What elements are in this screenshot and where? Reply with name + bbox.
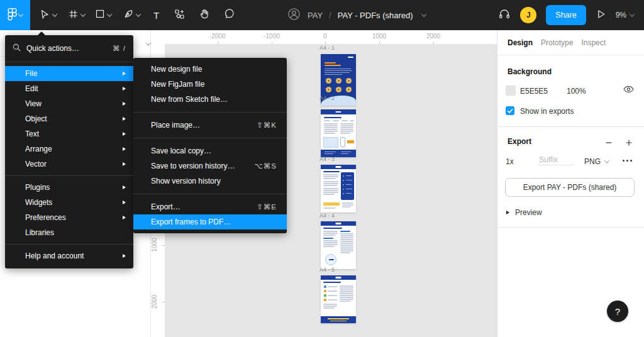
comment-tool-button[interactable] (224, 8, 235, 22)
toolbar: T PAY / PAY - PDFs (shared) J Share (0, 0, 644, 30)
comment-icon (224, 8, 235, 22)
export-scale-value[interactable]: 1x (506, 157, 514, 166)
help-button[interactable]: ? (607, 301, 628, 322)
chevron-down-icon[interactable] (52, 11, 57, 16)
ruler-label: -2000 (209, 33, 226, 40)
canvas-frame-a4-5[interactable] (321, 275, 356, 323)
highlight-bar-mock (323, 202, 340, 206)
menu-item-help-and-account[interactable]: Help and account (5, 248, 133, 263)
headphones-icon[interactable] (498, 8, 511, 23)
eye-icon[interactable] (623, 86, 634, 95)
chevron-down-icon (630, 11, 635, 16)
cta-button-mock (347, 140, 354, 143)
phone-mockup (340, 137, 345, 147)
resources-button[interactable] (174, 9, 185, 22)
zoom-menu[interactable]: 9% (616, 11, 634, 19)
menu-item-file[interactable]: File (5, 66, 133, 81)
browser-mockup (323, 137, 338, 148)
timeline-panel-mock (341, 172, 354, 200)
menu-item-view[interactable]: View (5, 96, 133, 111)
export-heading: Export (508, 137, 531, 146)
chevron-down-icon[interactable] (80, 11, 86, 16)
show-in-exports-label: Show in exports (520, 107, 574, 116)
submenu-arrow-icon (123, 72, 126, 75)
submenu-item-save-to-version-history[interactable]: Save to version history…⌥⌘S (133, 158, 287, 174)
ruler-label: 0 (323, 33, 327, 40)
disclosure-triangle-icon (506, 211, 509, 214)
menu-item-vector[interactable]: Vector (5, 157, 133, 172)
export-format-dropdown[interactable]: PNG (584, 157, 609, 166)
menu-item-libraries[interactable]: Libraries (5, 225, 133, 240)
resources-icon (174, 9, 185, 22)
canvas-frame-a4-2[interactable] (321, 109, 356, 157)
canvas-frame-a4-3[interactable] (321, 165, 356, 213)
chevron-down-icon (604, 158, 609, 163)
suffix-input[interactable] (538, 155, 574, 165)
pen-tool-button[interactable] (123, 9, 140, 22)
menu-item-plugins[interactable]: Plugins (5, 180, 133, 195)
frame-label[interactable]: A4 - 5 (319, 267, 364, 273)
present-play-icon[interactable] (596, 9, 606, 22)
user-circle-icon (287, 7, 301, 24)
breadcrumb-project[interactable]: PAY (308, 11, 323, 20)
breadcrumb-file-name[interactable]: PAY - PDFs (shared) (338, 11, 413, 20)
tab-inspect[interactable]: Inspect (581, 38, 606, 47)
submenu-item-new-figjam-file[interactable]: New FigJam file (133, 77, 287, 92)
menu-item-preferences[interactable]: Preferences (5, 210, 133, 225)
canvas-frame-a4-4[interactable] (321, 221, 356, 269)
ruler-label: 2000 (151, 289, 158, 314)
move-tool-button[interactable] (39, 9, 57, 22)
text-tool-button[interactable]: T (153, 10, 159, 21)
file-submenu: New design file New FigJam file New from… (133, 58, 287, 233)
export-options-icon[interactable] (623, 160, 632, 162)
inspector-panel: Design Prototype Inspect Background E5E5… (497, 30, 644, 337)
share-button[interactable]: Share (546, 5, 586, 25)
cursor-icon (39, 9, 50, 22)
plus-icon[interactable] (625, 138, 633, 149)
submenu-item-new-from-sketch-file[interactable]: New from Sketch file… (133, 92, 287, 107)
submenu-arrow-icon (123, 147, 126, 151)
tab-prototype[interactable]: Prototype (541, 38, 573, 47)
background-opacity-value[interactable]: 100% (567, 87, 586, 96)
preview-toggle[interactable]: Preview (506, 208, 542, 217)
chevron-down-icon[interactable] (421, 11, 426, 16)
submenu-item-save-local-copy[interactable]: Save local copy… (133, 143, 287, 158)
frame-label[interactable]: A4 - 4 (319, 213, 364, 219)
chevron-down-icon[interactable] (136, 11, 141, 16)
shape-tool-button[interactable] (96, 9, 111, 21)
quick-actions-label: Quick actions… (26, 44, 79, 53)
submenu-item-place-image[interactable]: Place image…⇧⌘K (133, 118, 287, 133)
figma-menu-button[interactable] (0, 0, 30, 30)
text-icon: T (153, 10, 159, 21)
submenu-item-show-version-history[interactable]: Show version history (133, 174, 287, 189)
submenu-arrow-icon (123, 254, 126, 258)
avatar[interactable]: J (520, 7, 536, 23)
breadcrumb-separator: / (329, 11, 331, 20)
background-hex-value[interactable]: E5E5E5 (520, 87, 548, 96)
submenu-item-export[interactable]: Export…⇧⌘E (133, 199, 287, 214)
background-color-swatch[interactable] (506, 86, 516, 96)
minus-icon[interactable] (604, 138, 613, 149)
frame-label[interactable]: A4 - 3 (319, 156, 364, 162)
tab-design[interactable]: Design (508, 38, 533, 47)
hand-tool-button[interactable] (199, 8, 210, 22)
submenu-arrow-icon (123, 201, 126, 204)
main-menu: Quick actions… ⌘ / File Edit View Object… (5, 35, 133, 268)
menu-item-object[interactable]: Object (5, 111, 133, 126)
frame-label[interactable]: A4 - 2 (319, 95, 364, 101)
submenu-item-export-frames-to-pdf[interactable]: Export frames to PDF… (133, 214, 287, 229)
menu-item-quick-actions[interactable]: Quick actions… ⌘ / (5, 39, 133, 58)
show-in-exports-checkbox[interactable] (506, 106, 514, 115)
chevron-down-icon[interactable] (107, 11, 112, 16)
submenu-arrow-icon (123, 185, 126, 189)
frame-tool-button[interactable] (69, 9, 85, 21)
menu-item-edit[interactable]: Edit (5, 81, 133, 96)
menu-item-text[interactable]: Text (5, 126, 133, 141)
pen-icon (123, 9, 133, 22)
frame-label[interactable]: A4 - 1 (319, 45, 364, 51)
menu-item-widgets[interactable]: Widgets (5, 195, 133, 210)
menu-item-arrange[interactable]: Arrange (5, 141, 133, 157)
file-title: PAY / PAY - PDFs (shared) (287, 0, 426, 30)
export-file-button[interactable]: Export PAY - PDFs (shared) (505, 178, 635, 197)
submenu-item-new-design-file[interactable]: New design file (133, 62, 287, 77)
